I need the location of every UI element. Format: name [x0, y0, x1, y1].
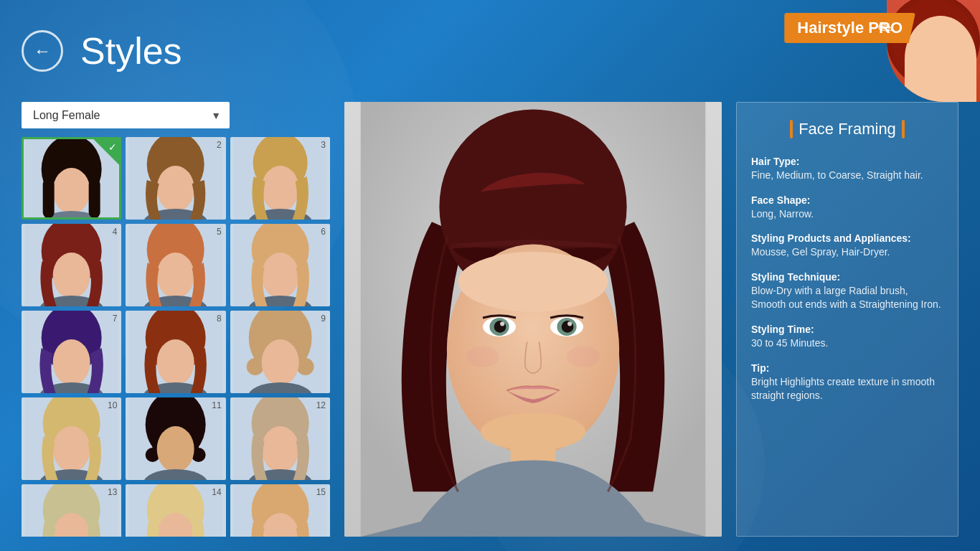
style-category-dropdown[interactable]: Long Female Short Female Medium Female L… [22, 102, 230, 128]
style-number-5: 5 [217, 227, 222, 237]
main-face-display [344, 102, 722, 537]
back-icon: ← [34, 41, 51, 61]
style-number-13: 13 [108, 487, 117, 497]
brand-banner: Hairstyle PRO [784, 13, 915, 43]
style-number-2: 2 [217, 140, 222, 150]
style-item-9[interactable]: 9 [230, 311, 330, 393]
back-button[interactable]: ← [22, 30, 63, 72]
style-thumbnail-5 [126, 224, 225, 306]
face-shape-label: Face Shape: [751, 194, 943, 206]
style-item-7[interactable]: 7 [22, 311, 121, 393]
svg-point-79 [494, 321, 507, 333]
style-item-10[interactable]: 10 [22, 397, 121, 480]
style-thumbnail-14 [126, 484, 225, 537]
style-number-8: 8 [217, 314, 222, 324]
info-section-hair-type: Hair Type: Fine, Medium, to Coarse, Stra… [751, 156, 943, 183]
brand-logo: Hairstyle PRO ✎ [758, 0, 980, 102]
svg-point-9 [157, 166, 194, 212]
style-thumbnail-11 [126, 397, 225, 480]
style-thumbnail-8 [126, 311, 225, 393]
style-item-4[interactable]: 4 [22, 224, 121, 306]
style-thumbnail-4 [22, 224, 121, 306]
title-bar-left [790, 120, 793, 138]
style-item-15[interactable]: 15 [230, 484, 330, 537]
style-thumbnail-10 [22, 397, 121, 480]
info-section-styling-time: Styling Time: 30 to 45 Minutes. [751, 324, 943, 351]
info-title: Face Framing [751, 120, 943, 138]
svg-point-39 [246, 358, 263, 375]
svg-point-33 [157, 339, 194, 385]
title-bar-right [902, 120, 905, 138]
svg-point-57 [261, 426, 298, 472]
styling-time-label: Styling Time: [751, 324, 943, 335]
style-number-10: 10 [108, 400, 117, 410]
svg-point-80 [562, 321, 574, 333]
styling-technique-label: Styling Technique: [751, 271, 943, 283]
styling-products-value: Mousse, Gel Spray, Hair-Dryer. [751, 246, 890, 258]
style-thumbnail-12 [230, 397, 330, 480]
tip-label: Tip: [751, 362, 943, 374]
styling-products-label: Styling Products and Appliances: [751, 232, 943, 244]
svg-point-82 [567, 321, 572, 326]
style-thumbnail-7 [22, 311, 121, 393]
svg-point-81 [500, 321, 504, 326]
left-panel: Long Female Short Female Medium Female L… [22, 102, 330, 537]
info-section-styling-technique: Styling Technique: Blow-Dry with a large… [751, 271, 943, 312]
svg-point-21 [157, 253, 194, 298]
dropdown-wrapper: Long Female Short Female Medium Female L… [22, 102, 230, 128]
style-number-7: 7 [113, 314, 118, 324]
styling-time-value: 30 to 45 Minutes. [751, 337, 828, 349]
center-panel [344, 102, 722, 537]
main-content: Long Female Short Female Medium Female L… [0, 102, 980, 551]
info-section-face-shape: Face Shape: Long, Narrow. [751, 194, 943, 222]
svg-point-25 [261, 253, 298, 298]
style-number-11: 11 [212, 400, 221, 410]
style-number-12: 12 [316, 400, 326, 410]
main-image-container [344, 102, 722, 537]
style-item-12[interactable]: 12 [230, 397, 330, 480]
style-number-15: 15 [316, 487, 326, 497]
page-title: Styles [80, 29, 182, 72]
svg-point-3 [53, 168, 90, 214]
style-number-6: 6 [321, 227, 326, 237]
face-shape-value: Long, Narrow. [751, 208, 814, 220]
style-grid: ✓ [22, 137, 330, 537]
style-number-4: 4 [113, 227, 118, 237]
svg-point-74 [458, 252, 608, 312]
style-item-11[interactable]: 11 [126, 397, 225, 480]
hair-type-label: Hair Type: [751, 156, 943, 167]
style-item-5[interactable]: 5 [126, 224, 225, 306]
info-section-tip: Tip: Bright Highlights create texture in… [751, 362, 943, 403]
style-item-14[interactable]: 14 [126, 484, 225, 537]
style-thumbnail-1 [24, 139, 119, 217]
svg-point-13 [261, 166, 298, 212]
svg-point-45 [53, 426, 90, 472]
style-thumbnail-6 [230, 224, 330, 306]
style-item-8[interactable]: 8 [126, 311, 225, 393]
style-thumbnail-2 [126, 137, 225, 220]
style-number-3: 3 [321, 140, 326, 150]
style-thumbnail-15 [230, 484, 330, 537]
tip-value: Bright Highlights create texture in smoo… [751, 376, 935, 402]
style-thumbnail-9 [230, 311, 330, 393]
svg-rect-6 [89, 179, 100, 217]
info-section-styling-products: Styling Products and Appliances: Mousse,… [751, 232, 943, 260]
style-item-13[interactable]: 13 [22, 484, 121, 537]
style-item-3[interactable]: 3 [230, 137, 330, 220]
styling-technique-value: Blow-Dry with a large Radial brush, Smoo… [751, 285, 941, 311]
style-number-9: 9 [321, 314, 326, 324]
hair-type-value: Fine, Medium, to Coarse, Straight hair. [751, 169, 923, 181]
svg-point-29 [53, 339, 90, 385]
svg-point-40 [296, 358, 314, 375]
right-panel: Face Framing Hair Type: Fine, Medium, to… [736, 102, 958, 537]
svg-point-17 [53, 253, 90, 298]
header: ← Styles Hairstyle PRO ✎ [0, 0, 980, 102]
style-thumbnail-3 [230, 137, 330, 220]
svg-point-41 [261, 339, 298, 385]
style-item-2[interactable]: 2 [126, 137, 225, 220]
style-item-1[interactable]: ✓ [22, 137, 121, 220]
style-thumbnail-13 [22, 484, 121, 537]
style-item-6[interactable]: 6 [230, 224, 330, 306]
style-number-14: 14 [212, 487, 221, 497]
svg-point-85 [466, 347, 499, 367]
